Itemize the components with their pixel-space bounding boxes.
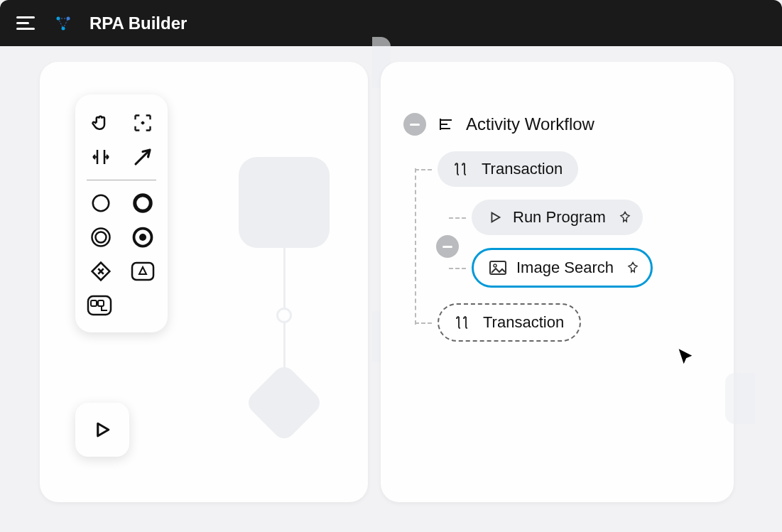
menu-button[interactable]: [14, 12, 37, 35]
tool-panel[interactable]: [87, 293, 112, 318]
transaction-icon: [455, 315, 473, 330]
canvas-panel: [40, 62, 368, 502]
workflow-title: Activity Workflow: [466, 114, 594, 134]
svg-point-11: [139, 234, 146, 241]
triangle-box-icon: [131, 261, 155, 281]
circle-bold-icon: [132, 192, 153, 214]
hand-icon: [90, 112, 112, 134]
peek-block: [725, 373, 755, 424]
svg-rect-0: [16, 16, 35, 18]
top-bar: RPA Builder: [0, 0, 782, 46]
svg-point-18: [494, 264, 496, 267]
node-label: Transaction: [483, 313, 564, 332]
toolbox-separator: [87, 180, 156, 180]
svg-point-7: [134, 195, 151, 212]
tool-target[interactable]: [130, 224, 156, 250]
svg-rect-15: [91, 300, 97, 306]
svg-point-6: [92, 195, 109, 212]
svg-rect-13: [132, 263, 153, 280]
tool-crop[interactable]: [130, 110, 156, 136]
diamond-x-icon: [90, 261, 112, 282]
workflow-icon: [438, 116, 455, 133]
node-label: Run Program: [513, 208, 606, 227]
tool-diamond-x[interactable]: [88, 259, 114, 284]
image-icon: [489, 261, 506, 275]
target-icon: [132, 227, 153, 248]
svg-point-9: [95, 232, 106, 243]
collapse-button[interactable]: [403, 113, 426, 136]
main-area: Activity Workflow Transaction Run Progra…: [0, 46, 782, 532]
crop-icon: [133, 113, 153, 133]
tool-triangle-box[interactable]: [130, 259, 156, 284]
tool-circle[interactable]: [88, 190, 114, 216]
svg-rect-2: [16, 28, 35, 30]
canvas-diamond-node[interactable]: [244, 362, 324, 443]
canvas-rect-node[interactable]: [239, 157, 330, 248]
tool-hand[interactable]: [88, 110, 114, 136]
node-label: Transaction: [482, 160, 563, 178]
toolbox: [75, 94, 168, 332]
workflow-node-transaction-placeholder[interactable]: Transaction: [438, 303, 581, 342]
transaction-icon: [453, 161, 472, 177]
tool-arrow[interactable]: [130, 144, 156, 170]
arrow-icon: [132, 146, 153, 168]
tool-circle-bold[interactable]: [130, 190, 156, 216]
cursor-icon: [675, 347, 695, 367]
menu-icon: [16, 16, 35, 31]
svg-rect-16: [98, 300, 104, 306]
ring-icon: [90, 227, 112, 248]
panel-icon: [87, 295, 112, 316]
play-icon: [487, 210, 503, 225]
play-button[interactable]: [75, 403, 129, 457]
circle-icon: [90, 192, 112, 214]
node-label: Image Search: [516, 259, 614, 277]
tool-align[interactable]: [88, 144, 114, 170]
collapse-button[interactable]: [436, 235, 459, 258]
workflow-node-transaction[interactable]: Transaction: [438, 151, 578, 187]
play-icon: [92, 419, 113, 440]
workflow-node-image-search[interactable]: Image Search: [472, 248, 653, 288]
workflow-node-run-program[interactable]: Run Program: [472, 200, 643, 235]
pin-icon[interactable]: [626, 261, 639, 274]
svg-rect-1: [16, 22, 29, 24]
pin-icon[interactable]: [619, 211, 631, 224]
app-logo-icon: [54, 14, 72, 33]
workflow-panel: Activity Workflow Transaction Run Progra…: [381, 62, 734, 502]
app-title: RPA Builder: [89, 13, 187, 33]
tool-ring[interactable]: [88, 224, 114, 250]
canvas-connection-point[interactable]: [276, 308, 292, 323]
align-icon: [90, 147, 112, 167]
